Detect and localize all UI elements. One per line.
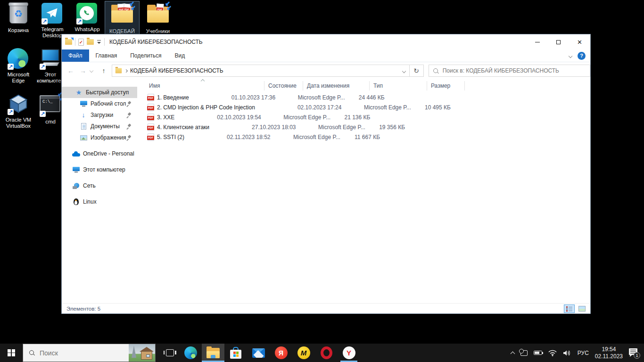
quick-access-toolbar: ✓: [62, 38, 105, 46]
sidebar-item-documents[interactable]: Документы: [62, 121, 137, 132]
explorer-window: ✓ КОДЕБАЙ КИБЕРБЕЗОПАСНОСТЬ ✕ Файл Главн…: [61, 34, 591, 314]
search-input[interactable]: [443, 67, 586, 74]
file-row[interactable]: PDF2. CMD Injection & PHP Code Injection…: [137, 102, 590, 112]
pdf-file-icon: PDF: [148, 133, 154, 141]
documents-icon: [80, 123, 87, 130]
language-indicator[interactable]: РУС: [578, 350, 589, 356]
search-icon: [29, 350, 35, 356]
column-headers: Имя Состояние Дата изменения Тип Размер: [137, 79, 590, 92]
column-header-date[interactable]: Дата изменения: [303, 81, 370, 90]
details-view-button[interactable]: [564, 304, 575, 313]
breadcrumb[interactable]: КОДЕБАЙ КИБЕРБЕЗОПАСНОСТЬ: [130, 67, 223, 74]
address-dropdown-icon[interactable]: [402, 69, 405, 73]
sidebar-item-pictures[interactable]: Изображения: [62, 132, 137, 143]
address-bar[interactable]: КОДЕБАЙ КИБЕРБЕЗОПАСНОСТЬ: [112, 65, 410, 77]
taskbar-mail[interactable]: [247, 344, 270, 362]
taskbar-search[interactable]: [23, 344, 156, 362]
telegram-icon: ↗: [41, 3, 63, 25]
sidebar-item-desktop[interactable]: Рабочий стол: [62, 98, 137, 109]
shortcut-arrow-icon: ↗: [40, 64, 46, 70]
virtualbox-icon: ↗: [8, 93, 29, 115]
maximize-button[interactable]: [548, 34, 569, 49]
taskbar-yellow-m[interactable]: M: [292, 344, 315, 362]
address-folder-icon: [116, 68, 122, 74]
help-button[interactable]: ?: [578, 52, 586, 60]
task-view-button[interactable]: [160, 344, 179, 362]
file-list: Имя Состояние Дата изменения Тип Размер …: [137, 79, 590, 303]
notification-center-button[interactable]: 1: [629, 348, 639, 358]
network-icon: [72, 182, 80, 189]
file-row[interactable]: PDF3. XXE 02.10.2023 19:54 Microsoft Edg…: [137, 112, 590, 122]
thumbnails-view-button[interactable]: [577, 304, 587, 313]
sidebar-item-quick-access[interactable]: ★ Быстрый доступ: [62, 87, 137, 98]
clock[interactable]: 19:54 02.11.2023: [595, 346, 623, 360]
tab-share[interactable]: Поделиться: [124, 49, 168, 62]
desktop-icon-whatsapp[interactable]: ↗ WhatsApp: [71, 3, 104, 33]
taskbar-edge[interactable]: [179, 344, 202, 362]
forward-button[interactable]: →: [78, 67, 88, 74]
taskbar-search-input[interactable]: [40, 349, 110, 357]
back-button[interactable]: ←: [66, 67, 76, 74]
sidebar-item-linux[interactable]: Linux: [62, 196, 137, 207]
start-button[interactable]: [0, 344, 23, 362]
volume-icon[interactable]: [563, 350, 571, 356]
downloads-icon: ↓: [80, 111, 87, 119]
up-button[interactable]: ↑: [99, 67, 109, 74]
tablet-tray-icon[interactable]: [520, 350, 528, 356]
shortcut-arrow-icon: ↗: [76, 18, 83, 25]
collapse-ribbon-chevron-icon[interactable]: [569, 54, 572, 58]
system-tray: РУС 19:54 02.11.2023 1: [511, 344, 644, 362]
file-row[interactable]: PDF5. SSTI (2) 02.11.2023 18:52 Microsof…: [137, 132, 590, 142]
search-box[interactable]: [429, 65, 590, 77]
tray-date: 02.11.2023: [595, 353, 623, 360]
desktop-icon-edge[interactable]: ↗ Microsoft Edge: [2, 48, 35, 84]
sidebar-item-network[interactable]: Сеть: [62, 180, 137, 191]
column-header-state[interactable]: Состояние: [264, 81, 303, 90]
desktop-icon-recycle-bin[interactable]: ♻ Корзина: [2, 3, 35, 33]
close-button[interactable]: ✕: [569, 34, 590, 49]
customize-toolbar-button[interactable]: [97, 40, 101, 44]
desktop-icon-uchebniki[interactable]: PDF ↙↙ Учебники: [141, 3, 174, 34]
cmd-icon: C:\_ ↙↙ ↗: [40, 95, 61, 117]
search-highlight-image[interactable]: [129, 344, 155, 362]
notification-badge: 1: [634, 352, 640, 359]
pdf-file-icon: PDF: [148, 114, 154, 121]
tab-home[interactable]: Главная: [89, 49, 124, 62]
sidebar-item-this-pc[interactable]: Этот компьютер: [62, 164, 137, 175]
opera-icon: [321, 346, 332, 359]
breadcrumb-chevron-icon[interactable]: [124, 69, 128, 72]
taskbar-yandex[interactable]: Я: [270, 344, 292, 362]
column-header-name[interactable]: Имя: [137, 81, 264, 90]
wifi-icon[interactable]: [548, 350, 557, 356]
refresh-button[interactable]: ↻: [410, 65, 424, 77]
title-bar: ✓ КОДЕБАЙ КИБЕРБЕЗОПАСНОСТЬ ✕: [62, 34, 590, 49]
battery-icon[interactable]: [534, 351, 542, 355]
taskbar-yandex-browser[interactable]: Y: [338, 344, 360, 362]
taskbar-file-explorer[interactable]: [202, 344, 224, 362]
desktop-icon-kodebay[interactable]: PDF PDF ↙↙ КОДЕБАЙ: [106, 3, 139, 34]
minimize-button[interactable]: [527, 34, 548, 49]
sidebar-item-downloads[interactable]: ↓ Загрузки: [62, 109, 137, 121]
file-row[interactable]: PDF4. Клиентские атаки 27.10.2023 18:03 …: [137, 122, 590, 132]
properties-button[interactable]: ✓: [78, 39, 84, 46]
taskbar: Я M Y РУС 19:54 02.11.2023: [0, 344, 644, 362]
yandex-icon: Я: [275, 346, 288, 359]
edge-icon: ↗: [8, 48, 29, 70]
desktop-icon-telegram[interactable]: ↗ Telegram Desktop: [36, 3, 69, 39]
column-header-type[interactable]: Тип: [370, 81, 427, 90]
desktop-icon-virtualbox[interactable]: ↗ Oracle VM VirtualBox: [2, 93, 35, 129]
file-row[interactable]: PDF1. Введение 01.10.2023 17:36 Microsof…: [137, 92, 590, 102]
new-folder-button[interactable]: [87, 39, 94, 45]
folder-pdf-icon: PDF ↙↙: [147, 5, 169, 26]
shortcut-arrow-icon: ↗: [40, 111, 46, 117]
recent-locations-chevron-icon[interactable]: [90, 69, 93, 73]
tab-view[interactable]: Вид: [168, 49, 191, 62]
window-icon: [65, 39, 72, 45]
pdf-file-icon: PDF: [148, 94, 154, 101]
taskbar-store[interactable]: [224, 344, 247, 362]
hidden-icons-chevron-icon[interactable]: [510, 351, 515, 356]
sidebar-item-onedrive[interactable]: OneDrive - Personal: [62, 148, 137, 159]
tab-file[interactable]: Файл: [62, 49, 89, 62]
taskbar-opera[interactable]: [315, 344, 338, 362]
column-header-size[interactable]: Размер: [427, 81, 465, 90]
